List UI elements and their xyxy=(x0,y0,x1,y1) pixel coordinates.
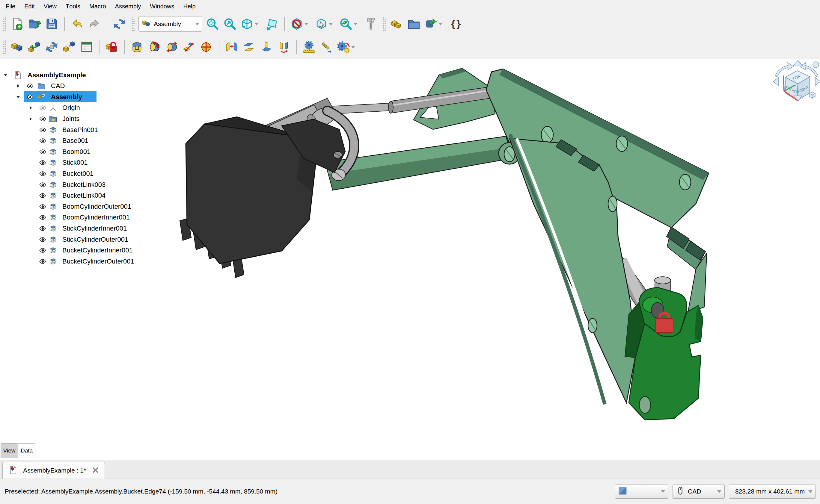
tree-row-assembly[interactable]: Assembly xyxy=(0,91,162,102)
eye-off-icon[interactable] xyxy=(39,104,46,112)
menu-assembly[interactable]: Assembly xyxy=(111,0,146,13)
tree-row-assemblyexample[interactable]: AssemblyExample xyxy=(0,69,162,81)
joint-revolute-button[interactable] xyxy=(146,38,163,56)
eye-icon[interactable] xyxy=(39,137,46,145)
tree-row-bucketcylinderinner001[interactable]: BucketCylinderInner001 xyxy=(0,245,162,256)
eye-icon[interactable] xyxy=(39,181,46,188)
joint-gears-button[interactable] xyxy=(335,38,360,56)
tree-row-joints[interactable]: Joints xyxy=(0,113,162,124)
tree-row-bucket001[interactable]: Bucket001 xyxy=(0,168,162,179)
joint-slider-button[interactable] xyxy=(180,38,198,56)
menu-macro[interactable]: Macro xyxy=(85,0,111,13)
eye-icon[interactable] xyxy=(39,225,46,232)
redo-button[interactable] xyxy=(86,15,103,33)
menu-help[interactable]: Help xyxy=(178,0,200,13)
tree-row-bucketlink003[interactable]: BucketLink003 xyxy=(0,179,162,190)
tree-row-boomcylinderinner001[interactable]: BoomCylinderInner001 xyxy=(0,212,162,223)
view-dimensions-combo[interactable]: 823,28 mm x 402,61 mm xyxy=(729,485,816,499)
toolbar-grip[interactable] xyxy=(3,17,7,31)
tree-item-label[interactable]: BucketLink003 xyxy=(62,181,105,189)
tree-item-label[interactable]: BoomCylinderOuter001 xyxy=(62,203,131,211)
tree-item-label[interactable]: BasePin001 xyxy=(62,126,98,134)
tree-item-label[interactable]: Origin xyxy=(62,104,80,112)
toolbar-grip[interactable] xyxy=(131,17,135,31)
tree-item-label[interactable]: BucketCylinderInner001 xyxy=(62,246,133,254)
expression-editor-button[interactable]: {} xyxy=(447,15,465,33)
eye-icon[interactable] xyxy=(39,115,46,122)
tree-item-label[interactable]: Stick001 xyxy=(62,159,87,167)
close-icon[interactable]: ✕ xyxy=(92,466,99,475)
tree-row-boom001[interactable]: Boom001 xyxy=(0,146,162,157)
tree-row-bucketcylinderouter001[interactable]: BucketCylinderOuter001 xyxy=(0,256,162,267)
tree-item-label[interactable]: StickCylinderOuter001 xyxy=(62,236,128,243)
new-document-button[interactable] xyxy=(8,15,26,33)
eye-icon[interactable] xyxy=(39,214,46,221)
insert-component-button[interactable] xyxy=(26,38,43,56)
create-assembly-button[interactable] xyxy=(8,38,26,56)
tree-row-stick001[interactable]: Stick001 xyxy=(0,157,162,168)
nav-cube[interactable]: TOP FRONT RIGHT xyxy=(773,60,820,101)
tree-row-base001[interactable]: Base001 xyxy=(0,135,162,146)
eye-icon[interactable] xyxy=(39,258,46,265)
joint-parallel-button[interactable] xyxy=(241,38,258,56)
joint-fixed-button[interactable] xyxy=(128,38,146,56)
caret-down-icon[interactable] xyxy=(16,94,21,99)
eye-icon[interactable] xyxy=(39,192,46,199)
tree-item-label[interactable]: AssemblyExample xyxy=(28,71,86,79)
tree-row-origin[interactable]: Origin xyxy=(0,102,162,113)
tree-item-label[interactable]: Joints xyxy=(62,115,79,123)
tab-data[interactable]: Data xyxy=(18,443,35,458)
refresh-button[interactable] xyxy=(111,15,128,33)
joint-rack-pinion-button[interactable] xyxy=(300,38,318,56)
tree-item-label[interactable]: CAD xyxy=(51,82,65,90)
solve-assembly-button[interactable] xyxy=(43,38,60,56)
create-simulation-button[interactable] xyxy=(60,38,78,56)
menu-windows[interactable]: Windows xyxy=(145,0,178,13)
tree-row-boomcylinderouter001[interactable]: BoomCylinderOuter001 xyxy=(0,201,162,212)
joint-screw-button[interactable] xyxy=(318,38,335,56)
eye-icon[interactable] xyxy=(26,82,34,90)
draw-style-combo[interactable] xyxy=(615,485,668,499)
dropdown-arrow-icon[interactable] xyxy=(255,23,259,25)
caret-right-icon[interactable] xyxy=(28,116,33,121)
workbench-selector[interactable]: Assembly xyxy=(138,16,202,32)
open-document-button[interactable] xyxy=(26,15,43,33)
dropdown-arrow-icon[interactable] xyxy=(329,23,333,25)
joint-perpendicular-button[interactable] xyxy=(258,38,275,56)
menu-tools[interactable]: Tools xyxy=(61,0,85,13)
clipping-plane-button[interactable] xyxy=(288,15,313,33)
toolbar-grip[interactable] xyxy=(382,17,386,31)
dropdown-arrow-icon[interactable] xyxy=(351,46,355,49)
dropdown-arrow-icon[interactable] xyxy=(304,23,308,25)
undo-button[interactable] xyxy=(68,15,86,33)
navigation-style-combo[interactable]: CAD xyxy=(673,485,725,499)
tree-item-label[interactable]: Boom001 xyxy=(62,148,90,156)
fit-all-button[interactable] xyxy=(204,15,221,33)
caret-right-icon[interactable] xyxy=(28,105,33,111)
menu-view[interactable]: View xyxy=(39,0,61,13)
tab-view[interactable]: View xyxy=(1,443,18,458)
eye-icon[interactable] xyxy=(39,247,46,254)
tree-item-label[interactable]: BucketCylinderOuter001 xyxy=(62,258,134,265)
link-actions-button[interactable] xyxy=(423,15,447,33)
sync-view-button[interactable] xyxy=(263,15,281,33)
toggle-grounded-button[interactable] xyxy=(103,38,120,56)
joint-distance-button[interactable] xyxy=(223,38,241,56)
caret-down-icon[interactable] xyxy=(3,72,8,78)
joint-ball-button[interactable] xyxy=(198,38,215,56)
eye-icon[interactable] xyxy=(39,159,46,167)
tree-row-bucketlink004[interactable]: BucketLink004 xyxy=(0,190,162,201)
tree-row-stickcylinderinner001[interactable]: StickCylinderInner001 xyxy=(0,223,162,234)
dropdown-arrow-icon[interactable] xyxy=(438,23,443,25)
eye-icon[interactable] xyxy=(26,93,34,101)
joint-cylindrical-button[interactable] xyxy=(163,38,180,56)
tree-row-stickcylinderouter001[interactable]: StickCylinderOuter001 xyxy=(0,234,162,245)
fit-selection-button[interactable] xyxy=(221,15,239,33)
eye-icon[interactable] xyxy=(39,203,46,210)
menu-edit[interactable]: Edit xyxy=(20,0,39,13)
eye-icon[interactable] xyxy=(39,126,46,134)
tree-row-cad[interactable]: CAD xyxy=(0,81,162,92)
box-zoom-button[interactable] xyxy=(313,15,338,33)
zoom-in-out-button[interactable] xyxy=(338,15,362,33)
eye-icon[interactable] xyxy=(39,148,46,155)
